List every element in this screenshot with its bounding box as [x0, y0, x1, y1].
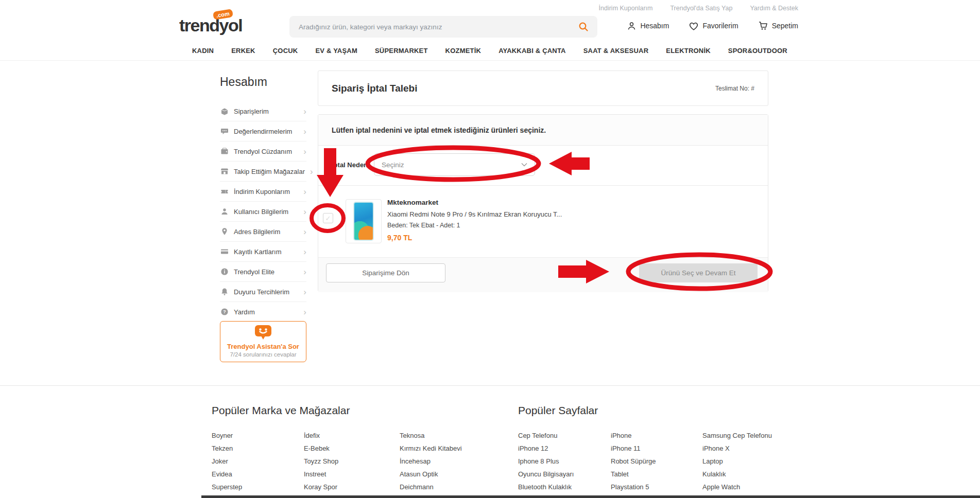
product-price: 9,70 TL	[387, 234, 562, 242]
category-nav: KADINERKEKÇOCUKEV & YAŞAMSÜPERMARKETKOZM…	[192, 47, 787, 55]
seller-name: Mkteknomarket	[387, 199, 562, 206]
product-title: Xiaomi Redmi Note 9 Pro / 9s Kırılmaz Ek…	[387, 210, 562, 218]
basket-button[interactable]: Sepetim	[758, 21, 798, 31]
footer-link[interactable]: Deichmann	[400, 481, 490, 493]
form-actions: Siparişime Dön Ürünü Seç ve Devam Et	[318, 257, 768, 292]
nav-category[interactable]: ERKEK	[231, 47, 255, 55]
assistant-title: Trendyol Asistan'a Sor	[220, 343, 306, 350]
heart-icon	[689, 21, 699, 31]
footer-link[interactable]: Kırmızı Kedi Kitabevi	[400, 442, 490, 455]
footer-dark-bar	[201, 495, 980, 498]
basket-label: Sepetim	[772, 22, 798, 30]
footer-link[interactable]: Oyuncu Bilgisayarı	[518, 468, 608, 481]
footer-link[interactable]: Instreet	[304, 468, 394, 481]
topbar-links: İndirim KuponlarımTrendyol'da Satış YapY…	[599, 5, 798, 12]
topbar-link[interactable]: Trendyol'da Satış Yap	[670, 5, 732, 12]
footer-pages-column-1: Cep TelefonuiPhone 12Iphone 8 PlusOyuncu…	[518, 429, 608, 493]
page-title: Sipariş İptal Talebi	[332, 83, 417, 94]
nav-category[interactable]: EV & YAŞAM	[315, 47, 357, 55]
sidebar-item-kullanici-bilgilerim[interactable]: Kullanıcı Bilgilerim ›	[220, 202, 306, 222]
footer-brand-column-3: TeknosaKırmızı Kedi KitabeviİncehesapAta…	[400, 429, 490, 493]
footer-link[interactable]: Cep Telefonu	[518, 429, 608, 442]
sidebar-item-kayitli-kartlarim[interactable]: Kayıtlı Kartlarım ›	[220, 242, 306, 262]
nav-category[interactable]: AYAKKABI & ÇANTA	[498, 47, 566, 55]
footer-brand-column-2: İdefixE-BebekToyzz ShopInstreetKoray Spo…	[304, 429, 394, 493]
chevron-down-icon	[521, 163, 527, 167]
select-product-continue-button[interactable]: Ürünü Seç ve Devam Et	[639, 263, 758, 282]
instruction-text: Lütfen iptal nedenini ve iptal etmek ist…	[318, 115, 768, 146]
footer-link[interactable]: Tekzen	[212, 442, 302, 455]
package-icon	[220, 107, 229, 116]
search-input[interactable]	[298, 23, 578, 31]
footer-link[interactable]: iPhone 12	[518, 442, 608, 455]
search-icon[interactable]	[578, 21, 589, 32]
sidebar-menu: Siparişlerim › Değerlendirmelerim › Tren…	[220, 101, 306, 322]
location-icon	[220, 227, 229, 236]
search-bar[interactable]	[289, 16, 597, 38]
sidebar-item-duyuru-tercihlerim[interactable]: Duyuru Tercihlerim ›	[220, 282, 306, 302]
product-checkbox[interactable]: ✓	[323, 213, 333, 223]
footer-link[interactable]: iPhone X	[702, 442, 793, 455]
nav-category[interactable]: SÜPERMARKET	[375, 47, 428, 55]
trendyol-logo[interactable]: trendyol .com	[179, 15, 242, 35]
sidebar-item-adres-bilgilerim[interactable]: Adres Bilgilerim ›	[220, 222, 306, 242]
account-label: Hesabım	[640, 22, 669, 30]
assistant-box[interactable]: Trendyol Asistan'a Sor 7/24 sorularınızı…	[220, 321, 306, 362]
footer-link[interactable]: Bluetooth Kulaklık	[518, 481, 608, 493]
footer-link[interactable]: Toyzz Shop	[304, 455, 394, 468]
footer-link[interactable]: Tablet	[611, 468, 701, 481]
help-icon: ?	[220, 308, 229, 316]
sidebar-item-siparislerim[interactable]: Siparişlerim ›	[220, 101, 306, 121]
footer-brand-column-1: BoynerTekzenJokerEvideaSuperstep	[212, 429, 302, 493]
nav-category[interactable]: SAAT & AKSESUAR	[583, 47, 649, 55]
chevron-right-icon: ›	[303, 247, 306, 256]
footer-link[interactable]: Superstep	[212, 481, 302, 493]
cart-icon	[758, 21, 768, 31]
nav-category[interactable]: SPOR&OUTDOOR	[728, 47, 787, 55]
sidebar-item-cuzdanim[interactable]: Trendyol Cüzdanım ›	[220, 141, 306, 162]
footer-link[interactable]: Evidea	[212, 468, 302, 481]
product-variant: Beden: Tek Ebat - Adet: 1	[387, 222, 562, 229]
back-to-order-button[interactable]: Siparişime Dön	[326, 263, 445, 282]
footer-link[interactable]: İncehesap	[400, 455, 490, 468]
sidebar-item-trendyol-elite[interactable]: Trendyol Elite ›	[220, 262, 306, 282]
footer-link[interactable]: Robot Süpürge	[611, 455, 701, 468]
footer-link[interactable]: Iphone 8 Plus	[518, 455, 608, 468]
footer-link[interactable]: Teknosa	[400, 429, 490, 442]
footer-link[interactable]: Playstation 5	[611, 481, 701, 493]
footer-pages-column-2: iPhoneiPhone 11Robot SüpürgeTabletPlayst…	[611, 429, 701, 493]
sidebar-item-magazalar[interactable]: Takip Ettiğim Mağazalar ›	[220, 162, 306, 182]
account-button[interactable]: Hesabım	[627, 21, 669, 31]
footer-link[interactable]: Boyner	[212, 429, 302, 442]
footer-link[interactable]: iPhone	[611, 429, 701, 442]
delivery-no: Teslimat No: #	[715, 85, 754, 92]
footer-link[interactable]: iPhone 11	[611, 442, 701, 455]
sidebar-item-degerlendirmelerim[interactable]: Değerlendirmelerim ›	[220, 121, 306, 141]
footer-link[interactable]: Laptop	[702, 455, 793, 468]
favorites-button[interactable]: Favorilerim	[689, 21, 738, 31]
topbar-link[interactable]: Yardım & Destek	[750, 5, 798, 12]
sidebar-item-yardim[interactable]: ? Yardım ›	[220, 302, 306, 322]
footer-link[interactable]: Atasun Optik	[400, 468, 490, 481]
footer-link[interactable]: Kulaklık	[702, 468, 793, 481]
coupon-icon	[220, 187, 229, 196]
sidebar-item-kuponlarim[interactable]: İndirim Kuponlarım ›	[220, 182, 306, 202]
footer-link[interactable]: İdefix	[304, 429, 394, 442]
logo-text: trendyol	[179, 15, 242, 35]
footer-link[interactable]: E-Bebek	[304, 442, 394, 455]
nav-category[interactable]: KADIN	[192, 47, 214, 55]
footer-link[interactable]: Joker	[212, 455, 302, 468]
chevron-right-icon: ›	[310, 167, 313, 176]
favorites-label: Favorilerim	[702, 22, 738, 30]
footer-link[interactable]: Koray Spor	[304, 481, 394, 493]
assistant-subtitle: 7/24 sorularınızı cevaplar	[220, 351, 306, 358]
chevron-right-icon: ›	[303, 127, 306, 136]
topbar-link[interactable]: İndirim Kuponlarım	[599, 5, 653, 12]
footer-link[interactable]: Apple Watch	[702, 481, 793, 493]
nav-category[interactable]: ÇOCUK	[273, 47, 298, 55]
nav-category[interactable]: ELEKTRONİK	[666, 47, 711, 55]
cancel-reason-select[interactable]: Seçiniz	[374, 153, 535, 176]
chevron-right-icon: ›	[303, 227, 306, 236]
nav-category[interactable]: KOZMETİK	[445, 47, 481, 55]
footer-link[interactable]: Samsung Cep Telefonu	[702, 429, 793, 442]
